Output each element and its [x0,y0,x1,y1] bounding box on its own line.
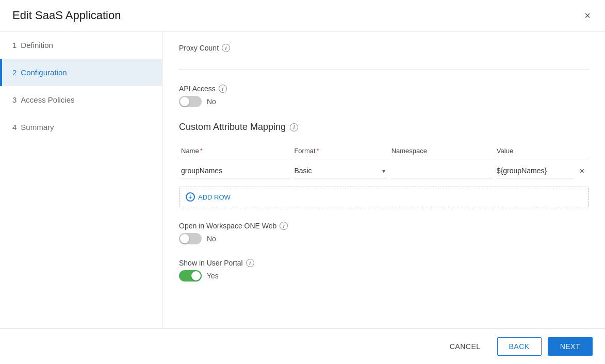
row-namespace-cell [389,159,495,183]
show-in-user-portal-info-icon[interactable]: i [246,259,254,267]
row-format-cell: Basic URI Unspecified ▾ [292,159,389,183]
sidebar-item-access-policies[interactable]: 3 Access Policies [0,86,162,113]
row-value-input[interactable] [497,163,574,178]
open-in-workspace-info-icon[interactable]: i [280,222,288,230]
api-access-toggle-thumb [180,97,189,106]
back-button[interactable]: BACK [497,337,542,356]
col-header-value: Value [495,143,576,159]
modal-header: Edit SaaS Application × [0,0,605,31]
sidebar-item-label-configuration: Configuration [21,68,67,77]
row-name-input[interactable] [181,163,290,178]
modal-container: Edit SaaS Application × 1 Definition 2 C… [0,0,605,364]
col-header-format: Format* [292,143,389,159]
open-in-workspace-toggle-track [179,233,202,244]
format-required-star: * [317,147,319,155]
custom-attribute-mapping-section: Custom Attribute Mapping i Name* Format* [179,122,588,207]
sidebar-item-label-summary: Summary [21,123,54,131]
show-in-user-portal-toggle-row: Yes [179,270,588,282]
row-delete-cell: × [576,159,588,183]
api-access-toggle-row: No [179,96,588,107]
row-namespace-input[interactable] [391,163,493,178]
delete-row-button[interactable]: × [578,164,586,178]
sidebar-item-summary[interactable]: 4 Summary [0,113,162,141]
custom-attribute-mapping-heading: Custom Attribute Mapping i [179,122,588,133]
show-in-user-portal-toggle[interactable] [179,270,202,282]
close-button[interactable]: × [582,8,593,23]
proxy-count-input[interactable] [179,55,588,70]
sidebar-item-number-1: 1 [12,41,17,49]
add-row-container: + ADD ROW [179,187,588,207]
row-name-cell [179,159,292,183]
api-access-toggle[interactable] [179,96,202,107]
show-in-user-portal-section: Show in User Portal i Yes [179,259,588,282]
show-in-user-portal-toggle-value: Yes [207,272,219,280]
sidebar-item-label-access-policies: Access Policies [21,95,74,104]
show-in-user-portal-toggle-track [179,270,202,282]
modal-body: 1 Definition 2 Configuration 3 Access Po… [0,31,605,328]
sidebar-item-definition[interactable]: 1 Definition [0,31,162,59]
main-content: Proxy Count i API Access i [162,31,605,328]
row-format-select[interactable]: Basic URI Unspecified [294,163,387,178]
api-access-toggle-track [179,96,202,107]
table-row: Basic URI Unspecified ▾ [179,159,588,183]
col-header-delete [576,143,588,159]
api-access-section: API Access i No [179,85,588,107]
open-in-workspace-toggle-value: No [207,235,216,243]
sidebar-item-number-2: 2 [12,68,17,77]
sidebar: 1 Definition 2 Configuration 3 Access Po… [0,31,162,328]
col-header-name: Name* [179,143,292,159]
sidebar-item-number-3: 3 [12,95,17,104]
api-access-info-icon[interactable]: i [219,85,227,93]
add-row-label: ADD ROW [198,193,231,201]
custom-attribute-mapping-info-icon[interactable]: i [290,123,298,131]
attribute-table: Name* Format* Namespace Value [179,143,588,183]
api-access-toggle-value: No [207,97,216,106]
add-circle-icon: + [186,192,195,202]
show-in-user-portal-label: Show in User Portal i [179,259,588,267]
modal-title: Edit SaaS Application [12,9,121,22]
open-in-workspace-label: Open in Workspace ONE Web i [179,222,588,230]
proxy-count-section: Proxy Count i [179,44,588,70]
cancel-button[interactable]: CANCEL [439,337,491,356]
modal-footer: CANCEL BACK NEXT [0,328,605,364]
open-in-workspace-toggle[interactable] [179,233,202,244]
sidebar-item-number-4: 4 [12,123,17,131]
open-in-workspace-toggle-thumb [180,234,189,243]
col-header-namespace: Namespace [389,143,495,159]
row-value-cell [495,159,576,183]
api-access-label: API Access i [179,85,588,93]
name-required-star: * [200,147,203,155]
row-format-select-wrapper: Basic URI Unspecified ▾ [294,163,387,178]
next-button[interactable]: NEXT [548,337,593,356]
proxy-count-label: Proxy Count i [179,44,588,52]
show-in-user-portal-toggle-thumb [191,271,201,280]
add-row-button[interactable]: + ADD ROW [179,190,237,204]
open-in-workspace-toggle-row: No [179,233,588,244]
proxy-count-info-icon[interactable]: i [222,44,230,52]
sidebar-item-label-definition: Definition [21,41,53,49]
open-in-workspace-section: Open in Workspace ONE Web i No [179,222,588,244]
sidebar-item-configuration[interactable]: 2 Configuration [0,59,162,86]
